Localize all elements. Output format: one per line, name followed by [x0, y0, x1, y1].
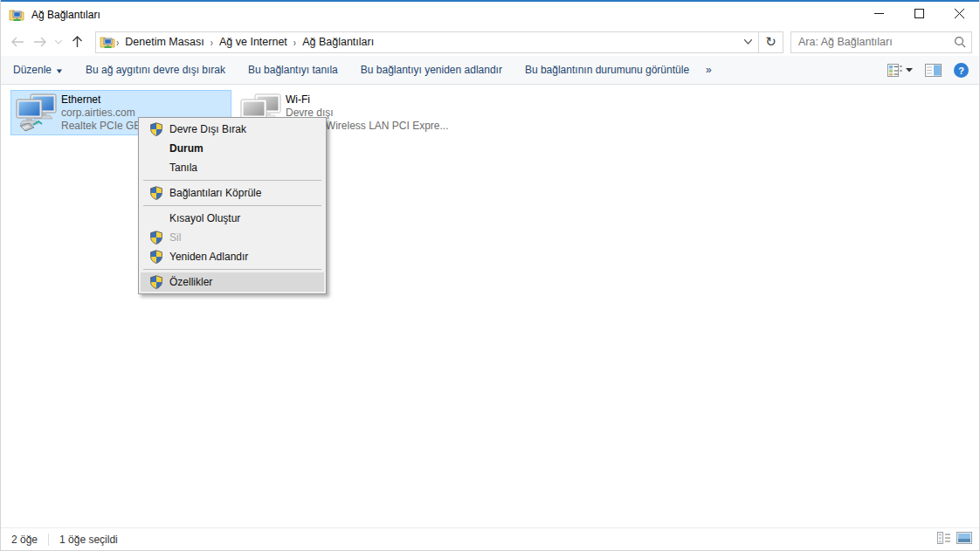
preview-pane-button[interactable]	[925, 64, 942, 77]
up-icon[interactable]	[66, 31, 88, 53]
toolbar-overflow-chevrons[interactable]: »	[700, 64, 717, 76]
menu-item-delete[interactable]: Sil	[141, 228, 324, 247]
title-bar: Ağ Bağlantıları	[1, 2, 979, 28]
menu-item-diagnose[interactable]: Tanıla	[141, 158, 324, 177]
breadcrumb-chevron-icon: ›	[293, 36, 297, 47]
back-icon[interactable]	[6, 31, 29, 53]
menu-item-rename[interactable]: Yeniden Adlandır	[141, 247, 324, 266]
breadcrumb-control-panel[interactable]: Denetim Masası	[120, 36, 209, 48]
uac-shield-icon	[143, 275, 169, 289]
menu-item-disable[interactable]: Devre Dışı Bırak	[141, 120, 324, 139]
window-title: Ağ Bağlantıları	[31, 9, 100, 21]
uac-shield-icon	[143, 122, 169, 136]
item-count: 2 öğe	[1, 534, 48, 546]
chevron-down-icon: ▼	[55, 67, 64, 75]
menu-separator	[143, 205, 321, 206]
change-view-button[interactable]	[887, 64, 913, 77]
close-button[interactable]	[939, 0, 979, 27]
maximize-button[interactable]	[899, 0, 939, 27]
network-folder-icon	[9, 8, 24, 22]
refresh-icon[interactable]: ↻	[758, 32, 783, 52]
breadcrumb-network-internet[interactable]: Ağ ve Internet	[214, 36, 293, 48]
connection-name: Wi-Fi	[286, 93, 449, 107]
navigation-bar: › Denetim Masası › Ağ ve Internet › Ağ B…	[1, 28, 979, 56]
uac-shield-icon	[143, 186, 169, 200]
search-input[interactable]	[791, 32, 949, 52]
uac-shield-icon	[143, 250, 169, 264]
connection-name: Ethernet	[61, 93, 230, 107]
network-connections-window: Ağ Bağlantıları	[0, 0, 980, 551]
menu-item-create-shortcut[interactable]: Kısayol Oluştur	[141, 209, 324, 228]
breadcrumb-chevron-icon: ›	[210, 36, 214, 47]
details-view-icon[interactable]	[937, 532, 951, 547]
thumbnail-view-icon[interactable]	[956, 532, 972, 547]
breadcrumb-chevron-icon: ›	[115, 36, 120, 47]
help-button[interactable]: ?	[954, 63, 969, 78]
menu-separator	[143, 180, 321, 181]
menu-item-properties[interactable]: Özellikler	[141, 272, 324, 292]
menu-item-status[interactable]: Durum	[141, 139, 324, 158]
diagnose-command[interactable]: Bu bağlantıyı tanıla	[237, 64, 349, 76]
menu-item-bridge-connections[interactable]: Bağlantıları Köprüle	[141, 183, 324, 203]
breadcrumb: › Denetim Masası › Ağ ve Internet › Ağ B…	[115, 32, 737, 52]
disable-device-command[interactable]: Bu ağ aygıtını devre dışı bırak	[74, 64, 237, 76]
search-icon[interactable]	[949, 36, 971, 48]
search-box	[790, 31, 972, 53]
command-toolbar: Düzenle▼ Bu ağ aygıtını devre dışı bırak…	[1, 56, 979, 85]
status-bar: 2 öğe 1 öğe seçildi	[1, 527, 979, 550]
rename-connection-command[interactable]: Bu bağlantıyı yeniden adlandır	[349, 64, 514, 76]
address-location-icon	[100, 35, 115, 49]
breadcrumb-network-connections[interactable]: Ağ Bağlantıları	[297, 36, 379, 48]
ethernet-connection-icon	[14, 93, 59, 134]
menu-separator	[143, 269, 321, 270]
selected-count: 1 öğe seçildi	[49, 534, 128, 546]
chevron-down-icon	[906, 68, 913, 72]
view-status-command[interactable]: Bu bağlantının durumunu görüntüle	[514, 64, 700, 76]
recent-locations-chevron-icon[interactable]	[52, 31, 66, 53]
uac-shield-icon	[143, 231, 169, 245]
forward-icon[interactable]	[29, 31, 52, 53]
organize-button[interactable]: Düzenle▼	[13, 64, 74, 76]
address-dropdown-chevron-icon[interactable]	[737, 32, 758, 52]
context-menu: Devre Dışı Bırak Durum Tanıla Bağlantıla…	[138, 117, 327, 294]
minimize-button[interactable]	[859, 0, 899, 27]
address-bar[interactable]: › Denetim Masası › Ağ ve Internet › Ağ B…	[95, 31, 783, 53]
connections-list: Ethernet corp.airties.com Realtek PCIe G…	[1, 85, 979, 527]
